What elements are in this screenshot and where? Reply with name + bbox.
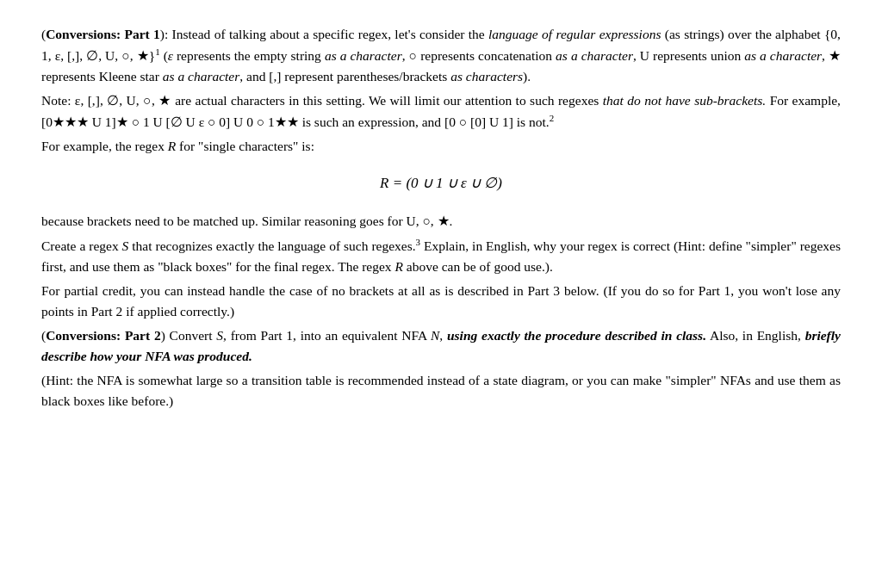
formula-R: R = (0 ∪ 1 ∪ ε ∪ ∅) bbox=[380, 175, 502, 191]
footnote-3: 3 bbox=[416, 237, 421, 247]
paragraph-6: For partial credit, you can instead hand… bbox=[41, 281, 841, 322]
paragraph-3: For example, the regex R for "single cha… bbox=[41, 136, 841, 157]
paragraph-1: (Conversions: Part 1): Instead of talkin… bbox=[41, 24, 841, 87]
as-char-3: as a character bbox=[744, 48, 822, 63]
nfa-N: N bbox=[431, 328, 439, 343]
paragraph-7: (Conversions: Part 2) Convert S, from Pa… bbox=[41, 325, 841, 367]
no-sub-brackets: that do not have sub-brackets. bbox=[603, 93, 766, 108]
describe-emphasis: briefly describe how your NFA was produc… bbox=[41, 328, 841, 363]
section-title-part2: Conversions: Part 2 bbox=[46, 328, 161, 343]
as-chars-5: as characters bbox=[450, 69, 523, 84]
language-term: language of regular expressions bbox=[488, 27, 661, 41]
as-char-2: as a character bbox=[556, 48, 633, 63]
regex-S: S bbox=[122, 238, 129, 253]
example-valid: [0★★★ U 1]★ ○ 1 U [∅ U ε ○ 0] U 0 ○ 1★★ bbox=[41, 115, 299, 129]
as-char-4: as a character bbox=[163, 69, 240, 84]
example-invalid: [0 ○ [0] U 1] bbox=[444, 115, 513, 129]
section-title-part1: Conversions: Part 1 bbox=[46, 27, 160, 41]
paragraph-4: because brackets need to be matched up. … bbox=[41, 211, 841, 232]
paragraph-5: Create a regex S that recognizes exactly… bbox=[41, 235, 841, 277]
regex-R-ref: R bbox=[395, 259, 403, 274]
paragraph-2: Note: ε, [,], ∅, U, ○, ★ are actual char… bbox=[41, 90, 841, 133]
as-char-1: as a character bbox=[325, 48, 402, 63]
procedure-emphasis: using exactly the procedure described in… bbox=[447, 328, 706, 343]
page-content: (Conversions: Part 1): Instead of talkin… bbox=[41, 24, 841, 412]
regex-R: R bbox=[168, 139, 176, 153]
paragraph-8: (Hint: the NFA is somewhat large so a tr… bbox=[41, 370, 841, 412]
epsilon-desc: ε bbox=[168, 48, 173, 63]
footnote-1: 1 bbox=[155, 46, 160, 57]
footnote-2: 2 bbox=[550, 113, 555, 123]
regex-S-ref2: S bbox=[216, 328, 223, 343]
math-display-formula: R = (0 ∪ 1 ∪ ε ∪ ∅) bbox=[41, 172, 841, 195]
